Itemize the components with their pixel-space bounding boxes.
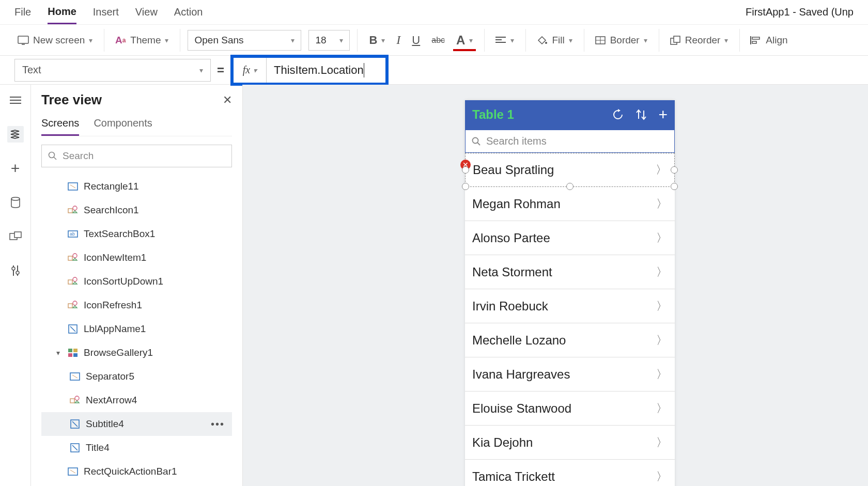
theme-label: Theme bbox=[130, 35, 161, 46]
fx-button[interactable]: fx ▾ bbox=[234, 58, 267, 83]
tree-item[interactable]: NextArrow4 bbox=[41, 388, 232, 412]
chevron-right-icon[interactable]: 〉 bbox=[656, 333, 668, 348]
iconctrl-icon bbox=[67, 252, 79, 263]
menu-action[interactable]: Action bbox=[174, 1, 203, 23]
gallery-row[interactable]: Elouise Stanwood〉 bbox=[465, 391, 675, 426]
property-selector[interactable]: Text ▾ bbox=[14, 59, 211, 82]
iconctrl-icon bbox=[67, 276, 79, 287]
resize-handle[interactable] bbox=[462, 183, 469, 190]
tree-item[interactable]: IconRefresh1 bbox=[41, 293, 232, 317]
svg-rect-10 bbox=[674, 36, 680, 42]
sort-icon[interactable] bbox=[636, 108, 647, 121]
gallery-row-title: Tamica Trickett bbox=[472, 469, 555, 484]
svg-rect-28 bbox=[68, 209, 72, 213]
menu-home[interactable]: Home bbox=[48, 1, 76, 24]
app-preview-search[interactable]: Search items bbox=[465, 129, 675, 153]
data-icon[interactable] bbox=[7, 194, 24, 211]
gallery-row-title: Mechelle Lozano bbox=[472, 333, 566, 348]
gallery-row[interactable]: Mechelle Lozano〉 bbox=[465, 323, 675, 357]
tree-item[interactable]: Title4 bbox=[41, 436, 232, 460]
insert-icon[interactable]: + bbox=[7, 160, 24, 177]
chevron-right-icon[interactable]: 〉 bbox=[656, 230, 668, 246]
chevron-right-icon[interactable]: 〉 bbox=[656, 162, 667, 178]
formula-input[interactable]: ThisItem.Location bbox=[267, 58, 385, 83]
tree-search-input[interactable]: Search bbox=[41, 145, 232, 167]
tree-item-label: Separator5 bbox=[86, 371, 134, 382]
chevron-right-icon[interactable]: 〉 bbox=[656, 264, 668, 280]
menu-view[interactable]: View bbox=[135, 1, 158, 23]
resize-handle[interactable] bbox=[671, 166, 678, 174]
hamburger-icon[interactable] bbox=[7, 92, 24, 108]
gallery: ✕Beau Spratling〉Megan Rohman〉Alonso Part… bbox=[465, 153, 675, 486]
gallery-row[interactable]: Neta Storment〉 bbox=[465, 255, 675, 289]
resize-handle[interactable] bbox=[462, 166, 469, 174]
font-family-select[interactable]: Open Sans ▾ bbox=[188, 30, 301, 51]
fill-button[interactable]: Fill ▾ bbox=[533, 33, 575, 48]
chevron-right-icon[interactable]: 〉 bbox=[656, 367, 668, 382]
font-color-button[interactable]: A ▾ bbox=[453, 31, 476, 50]
bold-button[interactable]: B▾ bbox=[366, 32, 388, 49]
svg-line-39 bbox=[70, 326, 75, 332]
equals-sign: = bbox=[217, 63, 224, 77]
menu-insert[interactable]: Insert bbox=[93, 1, 119, 23]
rect-icon bbox=[67, 466, 79, 477]
expand-icon[interactable]: ▾ bbox=[54, 349, 62, 357]
formula-text: ThisItem.Location bbox=[274, 64, 364, 77]
label-icon bbox=[69, 418, 81, 430]
gallery-row[interactable]: Tamica Trickett〉 bbox=[465, 460, 675, 486]
refresh-icon[interactable] bbox=[612, 108, 624, 121]
svg-point-35 bbox=[73, 277, 77, 281]
tab-screens[interactable]: Screens bbox=[41, 117, 79, 136]
svg-rect-36 bbox=[68, 304, 72, 308]
theme-button[interactable]: Aa Theme ▾ bbox=[112, 33, 172, 48]
new-screen-button[interactable]: New screen ▾ bbox=[14, 33, 96, 48]
text-align-button[interactable]: ▾ bbox=[492, 33, 517, 48]
tree-item[interactable]: Rectangle11 bbox=[41, 175, 232, 198]
gallery-row[interactable]: Kia Dejohn〉 bbox=[465, 426, 675, 460]
svg-point-5 bbox=[545, 42, 547, 44]
chevron-right-icon[interactable]: 〉 bbox=[656, 469, 668, 484]
reorder-button[interactable]: Reorder ▾ bbox=[667, 33, 732, 48]
resize-handle[interactable] bbox=[671, 183, 678, 190]
strikethrough-button[interactable]: abc bbox=[428, 34, 448, 47]
resize-handle[interactable] bbox=[566, 183, 574, 190]
tree-view-icon[interactable] bbox=[7, 126, 24, 143]
add-icon[interactable]: + bbox=[658, 108, 668, 121]
gallery-row[interactable]: Irvin Roebuck〉 bbox=[465, 289, 675, 323]
canvas[interactable]: Table 1 + Search items ✕Beau Spratling bbox=[243, 85, 868, 486]
gallery-row[interactable]: Ivana Hargreaves〉 bbox=[465, 357, 675, 391]
underline-button[interactable]: U bbox=[409, 32, 423, 49]
chevron-right-icon[interactable]: 〉 bbox=[656, 401, 668, 416]
tree-view-panel: Tree view ✕ Screens Components Search Re… bbox=[31, 85, 243, 486]
font-size-select[interactable]: 18 ▾ bbox=[308, 30, 350, 51]
tree-item[interactable]: Separator5 bbox=[41, 365, 232, 388]
media-icon[interactable] bbox=[7, 228, 24, 245]
chevron-right-icon[interactable]: 〉 bbox=[656, 196, 668, 212]
tree-item[interactable]: RectQuickActionBar1 bbox=[41, 460, 232, 483]
gallery-row[interactable]: Megan Rohman〉 bbox=[465, 187, 675, 221]
chevron-right-icon[interactable]: 〉 bbox=[656, 299, 668, 314]
align-button[interactable]: Align bbox=[747, 33, 791, 48]
svg-rect-34 bbox=[68, 280, 72, 284]
gallery-row[interactable]: Alonso Partee〉 bbox=[465, 221, 675, 255]
close-icon[interactable]: ✕ bbox=[223, 93, 232, 107]
tree-item[interactable]: SearchIcon1 bbox=[41, 198, 232, 222]
chevron-down-icon: ▾ bbox=[89, 36, 92, 44]
tree-item[interactable]: ▾BrowseGallery1 bbox=[41, 341, 232, 365]
italic-button[interactable]: I bbox=[393, 31, 404, 49]
border-button[interactable]: Border ▾ bbox=[592, 33, 650, 48]
gallery-row[interactable]: ✕Beau Spratling〉 bbox=[465, 153, 675, 187]
more-icon[interactable]: ••• bbox=[211, 418, 225, 430]
advanced-tools-icon[interactable] bbox=[7, 262, 24, 279]
gallery-icon bbox=[67, 347, 79, 358]
chevron-right-icon[interactable]: 〉 bbox=[656, 435, 668, 450]
border-label: Border bbox=[610, 35, 640, 46]
tree-item[interactable]: IconSortUpDown1 bbox=[41, 270, 232, 293]
tree-item[interactable]: abTextSearchBox1 bbox=[41, 222, 232, 246]
gallery-row-title: Irvin Roebuck bbox=[472, 299, 548, 313]
tree-item[interactable]: LblAppName1 bbox=[41, 317, 232, 341]
tab-components[interactable]: Components bbox=[94, 117, 152, 136]
tree-item[interactable]: IconNewItem1 bbox=[41, 246, 232, 270]
menu-file[interactable]: File bbox=[14, 1, 31, 23]
tree-item[interactable]: Subtitle4••• bbox=[41, 412, 232, 436]
